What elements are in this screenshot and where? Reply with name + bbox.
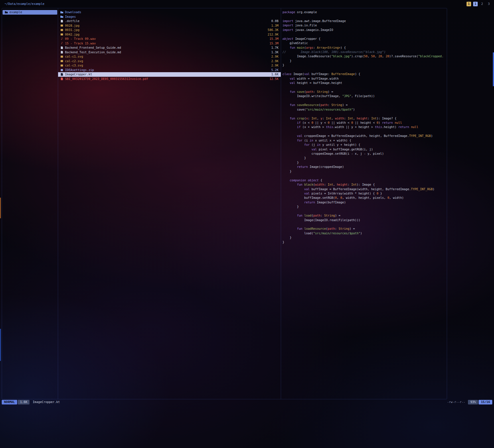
- wallpaper-strip-orange: [0, 198, 1, 218]
- code-line: companion object {: [282, 178, 447, 182]
- file-name: 0031.jpg: [65, 28, 264, 32]
- file-type-icon: [60, 77, 63, 80]
- file-type-icon: [60, 24, 63, 27]
- file-type-icon: [5, 11, 8, 14]
- code-line: }: [282, 156, 447, 160]
- code-line: object ImageCropper {: [282, 37, 447, 41]
- file-type-icon: [60, 20, 63, 23]
- code-line: Image(ImageIO.read(File(path))): [282, 218, 447, 222]
- code-line: [282, 222, 447, 227]
- code-line: [282, 85, 447, 89]
- terminal-window: ~/Data/example/example 1123 example Down…: [0, 0, 494, 448]
- code-line: fun loadResource(path: String) =: [282, 227, 447, 231]
- file-type-icon: [60, 55, 63, 58]
- code-line: class Image(val buffImage: BufferedImage…: [282, 72, 447, 76]
- code-line: package org.example: [282, 10, 447, 14]
- code-line: save("src/main/resources/$path"): [282, 107, 447, 112]
- file-name: Backend_Frontend_Setup_Guide.md: [65, 46, 267, 50]
- file-size: 12.5K: [269, 77, 278, 81]
- file-size: 1.6K: [271, 72, 278, 77]
- file-type-icon: [60, 68, 63, 71]
- file-size: 2.9K: [271, 54, 278, 59]
- file-name: 15 - Track 15.wav: [65, 41, 265, 46]
- code-line: }: [282, 169, 447, 174]
- code-line: @JvmStatic: [282, 41, 447, 45]
- code-line: fun crop(x: Int, y: Int, width: Int, hei…: [282, 116, 447, 121]
- file-type-icon: [60, 33, 63, 36]
- code-line: load("src/main/resources/$path"): [282, 231, 447, 235]
- status-filename: ImageCropper.kt: [33, 400, 60, 404]
- file-row[interactable]: SBI_0032013739_2023_DE05_0003155631Invoi…: [58, 77, 281, 81]
- tab[interactable]: 3: [487, 2, 491, 6]
- file-type-icon: [60, 51, 63, 54]
- panes: example Downloads Images .dotfile 0.0B 0…: [2, 8, 447, 399]
- mode-badge: NORMAL: [2, 400, 17, 404]
- file-type-icon: [60, 11, 63, 14]
- tab-bar: 1123: [467, 2, 491, 6]
- code-line: }: [282, 240, 447, 244]
- file-size: 15.3M: [269, 37, 278, 41]
- code-line: val buffImage = BufferedImage(width, hei…: [282, 187, 447, 191]
- file-name: Images: [65, 15, 274, 19]
- code-line: fun saveResource(path: String) =: [282, 103, 447, 107]
- file-row[interactable]: IDEAsettings.zip 5.2K: [58, 68, 281, 72]
- file-row[interactable]: example: [3, 10, 57, 15]
- file-row[interactable]: 09 - Track 09.wav 15.3M: [58, 37, 281, 41]
- file-size: 5.2K: [271, 68, 278, 72]
- file-name: 0042.jpg: [65, 32, 264, 37]
- code-line: import javax.imageio.ImageIO: [282, 28, 447, 32]
- code-line: for (i in x until x + width) {: [282, 138, 447, 143]
- permissions-text: -rw-r--r--: [447, 400, 465, 404]
- file-row[interactable]: Images: [58, 15, 281, 19]
- file-row[interactable]: Backend_Frontend_Setup_Guide.md 1.7K: [58, 46, 281, 50]
- file-size: 586.3K: [268, 28, 278, 32]
- file-type-icon: [60, 46, 63, 49]
- code-line: val width = buffImage.width: [282, 76, 447, 81]
- tab[interactable]: 1: [467, 2, 471, 6]
- code-line: }: [282, 205, 447, 209]
- wallpaper-strip-blue: [0, 329, 1, 361]
- code-line: [282, 99, 447, 103]
- file-type-icon: [60, 38, 63, 40]
- tab[interactable]: 1: [473, 2, 478, 6]
- file-row[interactable]: Backend_Test_Execution_Guide.md 1.3K: [58, 50, 281, 55]
- file-name: ImageCropper.kt: [65, 72, 267, 77]
- file-name: Backend_Test_Execution_Guide.md: [65, 50, 267, 55]
- code-line: [282, 32, 447, 36]
- code-line: buffImage.setRGB(0, 0, width, height, pi…: [282, 196, 447, 200]
- file-row[interactable]: cal-c1.svg 2.9K: [58, 54, 281, 59]
- file-name: IDEAsettings.zip: [65, 68, 267, 72]
- scrollbar[interactable]: [493, 52, 494, 86]
- file-row[interactable]: 0042.jpg 212.9K: [58, 32, 281, 37]
- file-row[interactable]: cal-c2.svg 2.9K: [58, 59, 281, 64]
- code-line: [282, 209, 447, 213]
- breadcrumb: ~/Data/example/example: [5, 2, 44, 6]
- file-row[interactable]: Downloads: [58, 10, 281, 15]
- tab[interactable]: 2: [480, 2, 484, 6]
- file-row[interactable]: 0028.jpg 1.3M: [58, 23, 281, 28]
- scroll-percent-badge: 93%: [468, 400, 478, 404]
- file-name: SBI_0032013739_2023_DE05_0003155631Invoi…: [65, 77, 265, 81]
- file-name: example: [9, 10, 51, 15]
- file-row[interactable]: cal-c3.svg 2.9K: [58, 63, 281, 68]
- file-type-icon: [60, 42, 63, 45]
- file-row[interactable]: 15 - Track 15.wav 15.3M: [58, 41, 281, 46]
- code-line: for (j in y until y + height) {: [282, 143, 447, 147]
- file-name: 09 - Track 09.wav: [65, 37, 265, 41]
- cursor-position-badge: 15/16: [479, 400, 492, 404]
- file-row[interactable]: 0031.jpg 586.3K: [58, 28, 281, 32]
- code-line: [282, 14, 447, 19]
- code-line: if (x + width > this.width || y + height…: [282, 125, 447, 129]
- file-row[interactable]: .dotfile 0.0B: [58, 19, 281, 23]
- code-line: }: [282, 160, 447, 165]
- file-type-icon: [60, 60, 63, 62]
- file-size: 15.3M: [269, 41, 278, 46]
- code-line: [282, 68, 447, 72]
- code-line: import java.io.File: [282, 23, 447, 27]
- code-line: return Image(buffImage): [282, 200, 447, 205]
- file-type-icon: [60, 73, 63, 76]
- file-name: Downloads: [65, 10, 274, 15]
- file-row[interactable]: ImageCropper.kt 1.6K: [58, 72, 281, 77]
- file-size: 212.9K: [268, 32, 278, 37]
- file-name: .dotfile: [65, 19, 267, 23]
